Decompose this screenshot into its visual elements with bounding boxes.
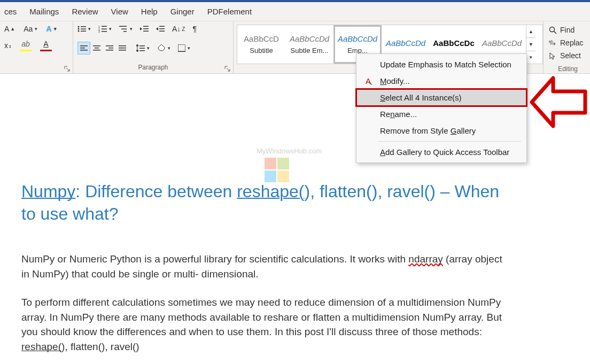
annotation-arrow [529,73,588,131]
paragraph-group: ▾ 123▾ ▾ A↓Z ¶ ▾ ▾ ▾ Paragraph [73,21,233,73]
svg-rect-23 [80,50,88,51]
change-case[interactable]: Aa▾ [24,25,37,33]
svg-rect-24 [93,45,100,47]
svg-rect-19 [159,28,165,29]
cursor-icon [549,52,557,60]
tab-view[interactable]: View [111,7,128,16]
gallery-expand[interactable]: ▾ [526,51,535,64]
gallery-scroll-up[interactable]: ▲ [526,25,535,38]
editing-group: Find ab Replac Select Editing [543,21,590,73]
modify-icon: A✎ [363,76,374,86]
menu-modify[interactable]: A✎ Modify... [356,73,526,89]
svg-rect-26 [93,50,100,51]
gallery-scroll: ▲ ▼ ▾ [526,25,535,64]
svg-text:ab: ab [549,40,553,43]
tab-ginger[interactable]: Ginger [170,7,195,16]
justify[interactable] [116,42,129,55]
align-center[interactable] [90,42,103,55]
menu-rename[interactable]: Rename... [356,106,526,122]
decrease-indent[interactable] [140,25,149,33]
svg-rect-12 [119,26,127,27]
align-right[interactable] [103,42,116,55]
find-button[interactable]: Find [549,26,587,34]
tab-review[interactable]: Review [72,7,98,16]
subscript[interactable]: x₂ [4,41,11,50]
svg-rect-9 [102,29,107,30]
svg-point-0 [78,26,80,28]
svg-rect-15 [143,26,149,27]
svg-rect-27 [106,45,113,47]
line-spacing[interactable]: ▾ [136,44,150,52]
bullets[interactable]: ▾ [77,25,91,33]
svg-rect-22 [80,48,85,49]
font-group-label [0,64,73,73]
font-dialog-launcher[interactable] [64,66,71,72]
font-color[interactable]: A [40,40,52,51]
increase-font-size[interactable]: A▲ [4,25,15,33]
svg-rect-34 [139,48,145,49]
gallery-scroll-down[interactable]: ▼ [526,38,535,51]
svg-point-4 [78,30,80,32]
sort[interactable]: A↓Z [172,25,185,33]
ribbon-tabs: ces Mailings Review View Help Ginger PDF… [0,2,590,21]
svg-rect-11 [102,31,107,32]
svg-point-2 [78,28,80,30]
menu-select-all-instances[interactable]: Select All 4 Instance(s) [356,89,526,106]
paragraph-dialog-launcher[interactable] [224,66,231,72]
tab-pdfelement[interactable]: PDFelement [207,7,252,16]
svg-rect-35 [139,50,145,51]
svg-rect-28 [108,48,113,49]
numbering[interactable]: 123▾ [98,25,112,33]
svg-rect-17 [143,31,149,32]
svg-rect-37 [178,51,185,52]
tab-references-cut[interactable]: ces [4,7,17,16]
svg-rect-14 [123,31,127,32]
font-group: A▲ Aa▾ A▾ x₂ ab A [0,21,73,73]
svg-rect-33 [139,45,145,47]
shading[interactable]: ▾ [157,44,170,52]
style-context-menu: Update Emphasis to Match Selection A✎ Mo… [356,53,527,163]
select-button[interactable]: Select [549,51,587,60]
svg-rect-29 [106,50,113,51]
align-left[interactable] [77,42,90,55]
svg-rect-16 [143,28,149,29]
svg-rect-31 [119,48,126,49]
svg-rect-32 [119,50,126,51]
menu-update-to-match[interactable]: Update Emphasis to Match Selection [356,56,526,73]
svg-text:3: 3 [98,30,100,33]
svg-rect-25 [95,48,99,49]
svg-rect-36 [178,45,185,52]
svg-rect-20 [159,31,165,32]
highlight-color[interactable]: ab [20,40,32,51]
increase-indent[interactable] [156,25,165,33]
document-paragraph-1: NumPy or Numeric Python is a powerful li… [21,252,510,281]
tab-help[interactable]: Help [141,7,158,16]
document-heading: Numpy: Difference between reshape(), fla… [21,181,510,225]
borders[interactable]: ▾ [178,44,190,52]
svg-rect-30 [119,45,126,47]
paragraph-group-label: Paragraph [73,64,233,73]
svg-rect-21 [80,45,88,47]
replace-button[interactable]: ab Replac [549,38,587,47]
svg-rect-7 [102,26,107,27]
menu-remove-from-gallery[interactable]: Remove from Style Gallery [356,122,526,139]
svg-line-39 [554,31,557,34]
menu-add-to-qat[interactable]: Add Gallery to Quick Access Toolbar [356,144,526,160]
style-subtitle[interactable]: AaBbCcD Subtitle [237,25,285,64]
svg-rect-18 [159,26,165,27]
align-group [77,42,129,55]
tab-mailings[interactable]: Mailings [29,7,59,16]
svg-rect-13 [121,29,127,30]
show-hide[interactable]: ¶ [192,25,197,33]
svg-rect-3 [81,29,86,30]
search-icon [549,26,557,34]
style-subtle-emphasis[interactable]: AaBbCcDd Subtle Em... [285,25,333,64]
text-effects[interactable]: A▾ [46,25,56,33]
menu-separator [378,141,521,142]
multilevel-list[interactable]: ▾ [119,25,133,33]
replace-icon: ab [549,39,557,47]
svg-rect-5 [81,31,86,32]
svg-rect-1 [81,26,86,27]
document-paragraph-2: To perform different calculations someti… [21,295,510,354]
svg-point-38 [550,27,555,32]
